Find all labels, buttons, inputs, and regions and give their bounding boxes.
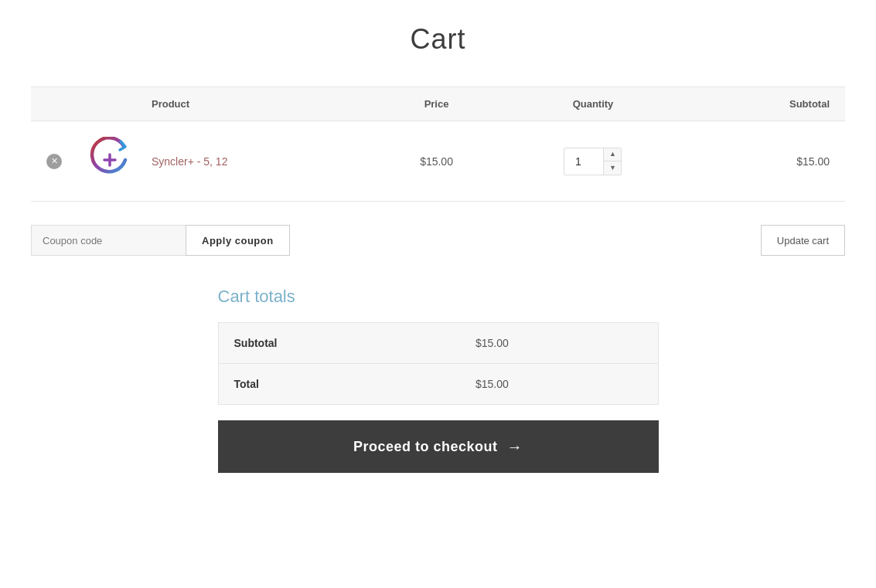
cart-table: Product Price Quantity Subtotal: [31, 87, 845, 202]
update-cart-button[interactable]: Update cart: [761, 225, 845, 256]
checkout-label: Proceed to checkout: [353, 439, 498, 455]
page-title: Cart: [31, 23, 845, 56]
subtotal-label: Subtotal: [218, 323, 460, 364]
cart-totals-section: Cart totals Subtotal $15.00 Total $15.00…: [31, 287, 845, 473]
qty-decrease-button[interactable]: ▼: [604, 161, 621, 175]
cart-totals-title: Cart totals: [218, 287, 659, 307]
cart-totals-inner: Cart totals Subtotal $15.00 Total $15.00…: [218, 287, 659, 473]
table-row: Syncler+ - 5, 12 $15.00 ▲ ▼ $15.00: [31, 121, 845, 202]
checkout-button[interactable]: Proceed to checkout →: [218, 420, 659, 473]
coupon-code-input[interactable]: [31, 225, 186, 256]
col-header-thumb: [77, 87, 142, 121]
product-subtotal: $15.00: [796, 155, 830, 168]
remove-item-icon[interactable]: [46, 154, 62, 169]
subtotal-value: $15.00: [460, 323, 658, 364]
col-header-product: Product: [142, 87, 373, 121]
coupon-row: Apply coupon Update cart: [31, 225, 845, 256]
quantity-stepper[interactable]: ▲ ▼: [564, 148, 622, 175]
product-link[interactable]: Syncler+ - 5, 12: [152, 155, 227, 168]
qty-spinners: ▲ ▼: [603, 148, 621, 175]
col-header-subtotal: Subtotal: [687, 87, 845, 121]
product-thumbnail: [87, 137, 133, 183]
apply-coupon-button[interactable]: Apply coupon: [186, 225, 290, 256]
subtotal-row: Subtotal $15.00: [218, 323, 658, 364]
product-price: $15.00: [420, 155, 453, 168]
total-label: Total: [218, 364, 460, 405]
qty-increase-button[interactable]: ▲: [604, 148, 621, 161]
totals-table: Subtotal $15.00 Total $15.00: [218, 322, 659, 405]
quantity-input[interactable]: [564, 148, 603, 175]
total-value: $15.00: [460, 364, 658, 405]
col-header-price: Price: [373, 87, 499, 121]
checkout-arrow-icon: →: [507, 438, 523, 456]
col-header-remove: [31, 87, 77, 121]
coupon-left: Apply coupon: [31, 225, 290, 256]
total-row: Total $15.00: [218, 364, 658, 405]
col-header-quantity: Quantity: [499, 87, 687, 121]
